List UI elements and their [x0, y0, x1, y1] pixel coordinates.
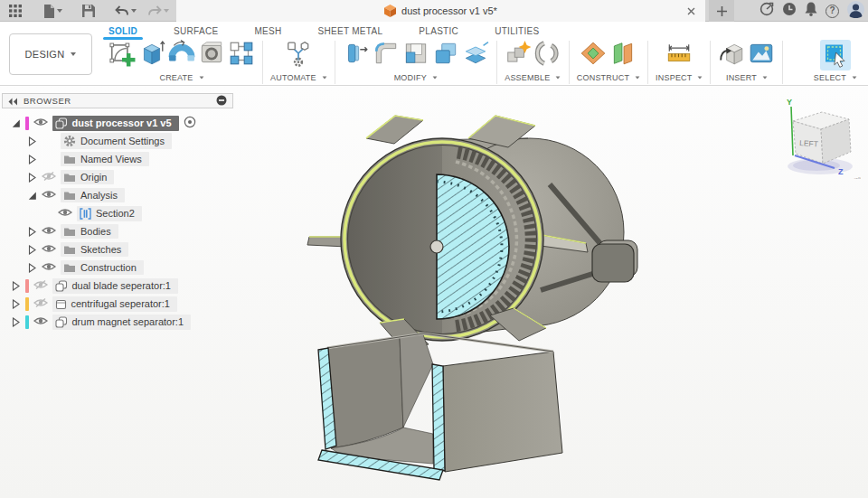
centrifugal-seperator-item[interactable]: centrifugal seperator:1 — [52, 296, 177, 312]
browser-row-root-component[interactable]: dust processor v1 v5 — [2, 114, 233, 132]
expander-expanded-icon[interactable] — [11, 118, 21, 128]
origin-item[interactable]: Origin — [61, 170, 114, 184]
activate-component-radio[interactable] — [184, 116, 196, 130]
fillet-icon[interactable] — [373, 40, 400, 70]
expander-collapsed-icon[interactable] — [27, 245, 37, 255]
recent-activity-icon[interactable] — [782, 2, 797, 20]
tab-utilities[interactable]: UTILITIES — [493, 24, 541, 38]
viewcube-front-face-label[interactable]: FRONT — [854, 174, 861, 179]
section-analysis-item[interactable]: Section2 — [77, 206, 142, 221]
viewport-canvas[interactable]: LEFT FRONT Y Z BROWSER — [0, 87, 868, 498]
tab-solid[interactable]: SOLID — [107, 24, 139, 38]
insert-derive-icon[interactable] — [718, 40, 745, 70]
app-grid-icon[interactable] — [5, 1, 25, 21]
root-component-item[interactable]: dust processor v1 v5 — [52, 116, 179, 131]
canvas-icon[interactable] — [748, 40, 775, 70]
tab-surface[interactable]: SURFACE — [172, 24, 220, 38]
browser-row-centrifugal-seperator[interactable]: centrifugal seperator:1 — [2, 295, 233, 313]
expander-collapsed-icon[interactable] — [27, 263, 37, 273]
document-tab[interactable]: dust processor v1 v5* — [176, 0, 705, 22]
notifications-bell-icon[interactable] — [805, 2, 817, 20]
save-icon[interactable] — [79, 1, 99, 21]
drum-magnet-separator-item[interactable]: drum magnet separator:1 — [52, 315, 192, 330]
browser-row-bodies[interactable]: Bodies — [2, 222, 233, 240]
revolve-icon[interactable] — [168, 40, 195, 70]
browser-row-construction[interactable]: Construction — [2, 258, 233, 277]
combine-icon[interactable] — [432, 40, 459, 70]
expander-collapsed-icon[interactable] — [27, 136, 37, 146]
expander-collapsed-icon[interactable] — [27, 227, 37, 237]
group-insert-label[interactable]: INSERT — [726, 73, 757, 82]
close-tab-icon[interactable] — [684, 4, 698, 18]
browser-row-origin[interactable]: Origin — [2, 168, 233, 186]
new-component-icon[interactable] — [505, 40, 532, 70]
browser-row-named-views[interactable]: Named Views — [2, 150, 233, 168]
expander-collapsed-icon[interactable] — [11, 317, 21, 327]
profile-avatar[interactable] — [847, 1, 864, 22]
model-hopper[interactable] — [318, 334, 562, 480]
visibility-eye-icon[interactable] — [42, 225, 56, 238]
view-cube[interactable]: LEFT FRONT Y Z — [775, 96, 861, 179]
help-icon[interactable]: ? — [826, 5, 839, 18]
group-inspect-label[interactable]: INSPECT — [656, 73, 692, 82]
rectangular-pattern-icon[interactable] — [228, 40, 255, 70]
construction-plane-icon[interactable] — [580, 40, 607, 70]
visibility-eye-icon[interactable] — [33, 117, 48, 129]
measure-icon[interactable] — [665, 40, 693, 70]
automation-icon[interactable] — [285, 40, 312, 70]
group-construct-label[interactable]: CONSTRUCT — [577, 73, 629, 82]
create-sketch-icon[interactable] — [108, 40, 136, 70]
construction-item[interactable]: Construction — [61, 260, 144, 275]
visibility-eye-icon[interactable] — [42, 261, 56, 274]
expander-collapsed-icon[interactable] — [11, 299, 21, 309]
visibility-eye-icon[interactable] — [42, 189, 56, 202]
browser-row-sketches[interactable]: Sketches — [2, 240, 233, 258]
tab-sheet-metal[interactable]: SHEET METAL — [316, 24, 385, 38]
browser-row-analysis[interactable]: Analysis — [2, 186, 233, 204]
sketches-item[interactable]: Sketches — [61, 242, 128, 257]
extrude-icon[interactable] — [138, 40, 165, 70]
visibility-eye-icon[interactable] — [33, 315, 48, 328]
file-menu-icon[interactable] — [40, 1, 66, 21]
group-modify-label[interactable]: MODIFY — [394, 73, 427, 82]
viewcube-left-face-label[interactable]: LEFT — [799, 138, 818, 148]
browser-row-document-settings[interactable]: Document Settings — [2, 132, 233, 150]
press-pull-icon[interactable] — [343, 40, 370, 70]
shell-icon[interactable] — [402, 40, 429, 70]
expander-expanded-icon[interactable] — [27, 191, 37, 201]
collapse-browser-icon[interactable] — [8, 93, 18, 109]
group-create-label[interactable]: CREATE — [159, 73, 193, 82]
browser-minimize-icon[interactable] — [216, 93, 227, 109]
job-status-icon[interactable] — [760, 2, 774, 20]
workspace-selector-button[interactable]: DESIGN — [9, 33, 92, 75]
group-automate-label[interactable]: AUTOMATE — [270, 73, 316, 82]
offset-plane-icon[interactable] — [609, 40, 637, 70]
select-tool-button[interactable] — [820, 40, 851, 70]
split-body-icon[interactable] — [462, 40, 489, 70]
bodies-item[interactable]: Bodies — [61, 224, 118, 239]
dual-blade-seperator-item[interactable]: dual blade seperator:1 — [52, 278, 178, 294]
expander-collapsed-icon[interactable] — [27, 155, 37, 164]
named-views-item[interactable]: Named Views — [61, 152, 149, 166]
new-tab-icon[interactable] — [709, 0, 734, 22]
visibility-eye-off-icon[interactable] — [33, 297, 48, 310]
visibility-eye-off-icon[interactable] — [42, 171, 56, 183]
expander-collapsed-icon[interactable] — [11, 281, 21, 291]
browser-row-dual-blade-seperator[interactable]: dual blade seperator:1 — [2, 277, 233, 295]
group-assemble-label[interactable]: ASSEMBLE — [505, 73, 550, 82]
browser-row-drum-magnet-separator[interactable]: drum magnet separator:1 — [2, 313, 233, 331]
expander-collapsed-icon[interactable] — [27, 173, 37, 183]
hole-icon[interactable] — [198, 40, 225, 70]
analysis-item[interactable]: Analysis — [61, 188, 125, 202]
document-settings-item[interactable]: Document Settings — [61, 133, 172, 149]
undo-icon[interactable] — [111, 1, 140, 21]
visibility-eye-off-icon[interactable] — [33, 279, 48, 292]
visibility-eye-icon[interactable] — [58, 207, 72, 220]
joint-icon[interactable] — [534, 40, 561, 70]
browser-row-section2[interactable]: Section2 — [2, 204, 233, 222]
tab-mesh[interactable]: MESH — [252, 24, 283, 38]
tab-plastic[interactable]: PLASTIC — [417, 24, 460, 38]
redo-icon[interactable] — [144, 1, 173, 21]
group-select-label[interactable]: SELECT — [814, 73, 846, 82]
visibility-eye-icon[interactable] — [42, 243, 56, 256]
